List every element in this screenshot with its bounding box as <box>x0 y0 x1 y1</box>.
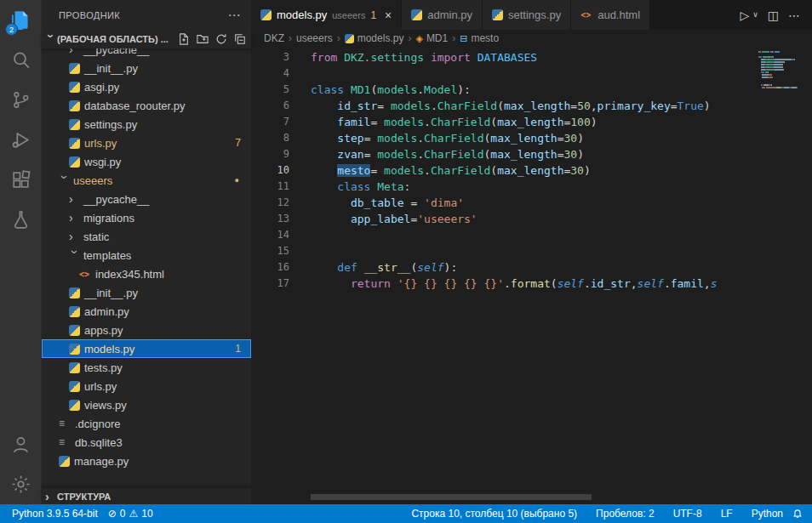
code-line[interactable]: 4 <box>251 65 756 82</box>
code-line[interactable]: 3from DKZ.settings import DATABASES <box>251 49 756 65</box>
activity-search-icon[interactable] <box>0 40 41 80</box>
breadcrumb-label: mesto <box>471 32 499 44</box>
tree-item[interactable]: manage.py <box>42 452 251 470</box>
tree-item[interactable]: <>index345.html <box>42 264 251 283</box>
line-number[interactable]: 4 <box>251 65 289 82</box>
outline-section-header[interactable]: › СТРУКТУРА <box>42 487 251 504</box>
tree-item[interactable]: ›templates <box>42 246 251 264</box>
code-line[interactable]: 7 famil= models.CharField(max_length=100… <box>251 114 756 130</box>
tree-item[interactable]: wsgi.py <box>42 152 251 171</box>
line-number[interactable]: 3 <box>251 49 289 65</box>
tree-item[interactable]: __init__.py <box>42 59 251 77</box>
line-number[interactable]: 7 <box>251 114 289 130</box>
tree-item[interactable]: apps.py <box>42 321 251 339</box>
tab-aud.html[interactable]: <>aud.html <box>571 0 650 30</box>
line-number[interactable]: 6 <box>251 98 289 114</box>
line-number[interactable]: 16 <box>251 259 289 276</box>
code-token: Model <box>424 83 457 96</box>
tree-item[interactable]: ›__pycache__ <box>42 190 251 208</box>
code-line[interactable]: 14 <box>251 227 756 243</box>
line-number[interactable]: 13 <box>251 211 289 227</box>
tree-item[interactable]: ›static <box>42 227 251 246</box>
code-line[interactable]: 15 <box>251 243 756 259</box>
collapse-all-icon[interactable] <box>234 33 246 45</box>
minimap[interactable] <box>756 47 812 504</box>
line-number[interactable]: 10 <box>251 162 289 179</box>
code-line[interactable]: 11 class Meta: <box>251 179 756 195</box>
code-line[interactable]: 17 return '{} {} {} {} {}'.format(self.i… <box>251 276 756 292</box>
python-file-icon <box>69 362 80 373</box>
line-number[interactable]: 11 <box>251 179 289 195</box>
status-eol[interactable]: LF <box>716 508 738 520</box>
code-line[interactable]: 8 step= models.CharField(max_length=30) <box>251 130 756 146</box>
tree-item[interactable]: settings.py <box>42 115 251 134</box>
tree-item[interactable]: models.py1 <box>42 339 251 358</box>
breadcrumb-item-mesto[interactable]: ⊟mesto <box>460 32 499 44</box>
horizontal-scrollbar[interactable] <box>311 494 592 500</box>
code-line[interactable]: 13 app_label='useeers' <box>251 211 756 227</box>
breadcrumb-item-useeers[interactable]: useeers <box>296 32 333 44</box>
activity-source-control-icon[interactable] <box>0 80 41 120</box>
status-cursor-position[interactable]: Строка 10, столбец 10 (выбрано 5) <box>406 508 582 520</box>
breadcrumb-item-DKZ[interactable]: DKZ <box>264 32 284 44</box>
breadcrumb-item-models.py[interactable]: models.py <box>345 32 404 44</box>
line-number[interactable]: 14 <box>251 227 289 243</box>
split-editor-icon[interactable]: ◫ <box>768 9 779 21</box>
new-file-icon[interactable] <box>178 33 190 45</box>
tree-item[interactable]: ›useeers● <box>42 171 251 190</box>
tree-item[interactable]: asgi.py <box>42 77 251 96</box>
tree-item[interactable]: tests.py <box>42 358 251 377</box>
activity-account-icon[interactable] <box>0 424 41 464</box>
code-line[interactable]: 16 def __str__(self): <box>251 259 756 276</box>
code-token <box>311 261 337 274</box>
workspace-section-header[interactable]: › (РАБОЧАЯ ОБЛАСТЬ) ... <box>42 30 251 48</box>
line-number[interactable]: 12 <box>251 195 289 211</box>
code-editor[interactable]: 3from DKZ.settings import DATABASES45cla… <box>251 47 756 504</box>
tree-item[interactable]: ›migrations <box>42 208 251 227</box>
line-number[interactable]: 8 <box>251 130 289 146</box>
status-indentation[interactable]: Пробелов: 2 <box>591 508 660 520</box>
line-number[interactable]: 17 <box>251 276 289 292</box>
line-number[interactable]: 5 <box>251 82 289 98</box>
status-text: Строка 10, столбец 10 (выбрано 5) <box>411 508 577 520</box>
tree-item[interactable]: views.py <box>42 395 251 414</box>
code-line[interactable]: 9 zvan= models.CharField(max_length=30) <box>251 146 756 162</box>
code-line[interactable]: 10 mesto= models.CharField(max_length=30… <box>251 162 756 179</box>
tree-item[interactable]: database_roouter.py <box>42 96 251 115</box>
more-actions-icon[interactable]: ⋯ <box>228 8 241 23</box>
status-encoding[interactable]: UTF-8 <box>668 508 707 520</box>
line-number[interactable]: 15 <box>251 243 289 259</box>
breadcrumb-item-MD1[interactable]: ◈MD1 <box>415 32 448 44</box>
tab-settings.py[interactable]: settings.py <box>483 0 571 30</box>
code-line[interactable]: 6 id_str= models.CharField(max_length=50… <box>251 98 756 114</box>
refresh-icon[interactable] <box>215 33 227 45</box>
tree-item[interactable]: urls.py <box>42 377 251 395</box>
code-line[interactable]: 12 db_table = 'dima' <box>251 195 756 211</box>
tree-item[interactable]: ›__pycache__ <box>42 48 251 59</box>
code-token: ( <box>490 164 497 177</box>
tree-item[interactable]: __init__.py <box>42 283 251 302</box>
new-folder-icon[interactable] <box>197 33 209 45</box>
activity-settings-icon[interactable] <box>0 464 41 504</box>
close-icon[interactable]: × <box>385 9 392 22</box>
activity-testing-icon[interactable] <box>0 200 41 240</box>
line-number[interactable]: 9 <box>251 146 289 162</box>
tree-item[interactable]: ≡.dcignore <box>42 414 251 433</box>
run-python-file-button[interactable]: ▷ <box>740 9 749 21</box>
tree-item[interactable]: urls.py7 <box>42 134 251 152</box>
code-line[interactable]: 5class MD1(models.Model): <box>251 82 756 98</box>
python-interpreter-status[interactable]: Python 3.9.5 64-bit <box>7 508 103 520</box>
tree-item[interactable]: admin.py <box>42 302 251 321</box>
activity-explorer-icon[interactable]: 2 <box>0 0 41 40</box>
activity-run-debug-icon[interactable] <box>0 120 41 160</box>
tree-item[interactable]: ≡db.sqlite3 <box>42 433 251 452</box>
editor-more-actions-icon[interactable]: ⋯ <box>788 9 800 21</box>
notifications-bell-icon[interactable] <box>792 508 803 520</box>
run-dropdown-chevron-icon[interactable]: ∨ <box>752 11 758 19</box>
tab-admin.py[interactable]: admin.py <box>402 0 483 30</box>
problems-status[interactable]: ⊘ 0 ⚠ 10 <box>103 508 158 520</box>
tab-models.py[interactable]: models.pyuseeers1× <box>251 0 402 30</box>
status-language-mode[interactable]: Python <box>746 508 788 520</box>
code-token: 50 <box>577 99 591 112</box>
activity-extensions-icon[interactable] <box>0 160 41 200</box>
